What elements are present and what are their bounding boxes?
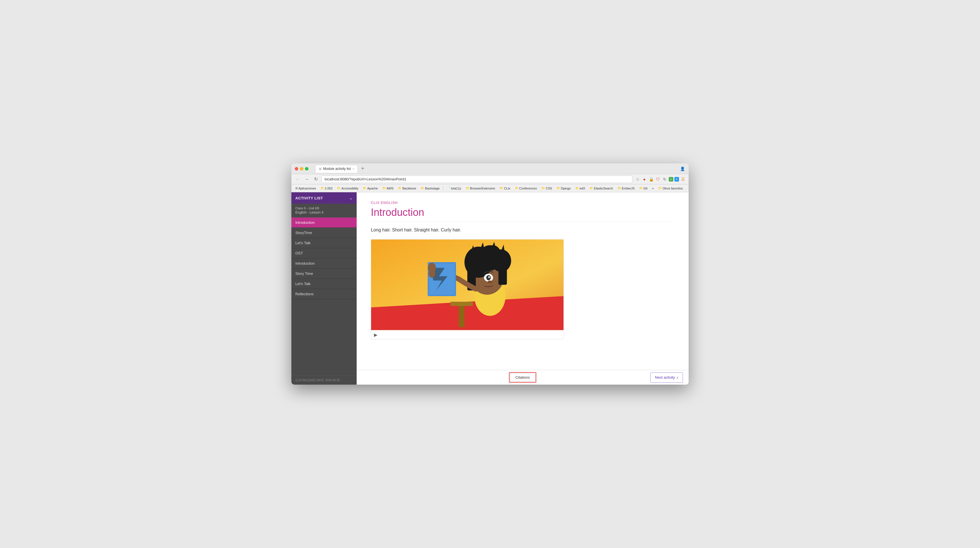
bookmark-git[interactable]: 📁 Git bbox=[638, 186, 649, 191]
bookmark-separator bbox=[443, 186, 443, 191]
release-date-label: CLIX RELEASE DATE: 2016-09-30 bbox=[295, 379, 340, 382]
active-tab[interactable]: ☰ Module activity list × bbox=[315, 165, 358, 173]
back-button[interactable]: ← bbox=[294, 176, 301, 183]
next-activity-button[interactable]: Next activity › bbox=[650, 372, 683, 383]
content-label: CLIX ENGLISH bbox=[371, 201, 675, 205]
next-activity-arrow-icon: › bbox=[677, 375, 678, 380]
svg-point-19 bbox=[488, 276, 490, 278]
forward-button[interactable]: → bbox=[303, 176, 310, 183]
citations-button[interactable]: Citations bbox=[510, 373, 535, 381]
svg-rect-2 bbox=[459, 305, 465, 327]
sidebar-item-reflections[interactable]: Reflections bbox=[291, 289, 356, 299]
bookmark-emberjs[interactable]: 📁 EmberJS bbox=[616, 186, 636, 191]
bookmark-apache[interactable]: 📁 Apache bbox=[361, 186, 379, 191]
folder-icon: 📁 bbox=[515, 187, 519, 190]
next-activity-label: Next activity bbox=[655, 375, 675, 380]
illustration-container: ▶ bbox=[371, 239, 564, 340]
audio-play-icon[interactable]: ▶ bbox=[374, 332, 377, 338]
bookmark-elasticsearch[interactable]: 📁 ElasticSearch bbox=[588, 186, 614, 191]
user-icon: 👤 bbox=[679, 166, 685, 172]
sidebar: ACTIVITY LIST ⌄ Class 9 - Unit EB Englis… bbox=[291, 192, 356, 384]
folder-icon: 📁 bbox=[382, 187, 386, 190]
bookmark-browserext[interactable]: 📁 BrowserExtension bbox=[464, 186, 497, 191]
bookmark-conferences[interactable]: 📁 Conferences bbox=[513, 186, 539, 191]
folder-icon: 📁 bbox=[321, 187, 324, 190]
bookmark-backbone[interactable]: 📁 Backbone bbox=[396, 186, 418, 191]
content-body: CLIX ENGLISH Introduction Long hair. Sho… bbox=[356, 192, 689, 370]
folder-icon: 📁 bbox=[500, 187, 503, 190]
bottom-bar-right: Next activity › bbox=[576, 372, 683, 383]
tab-close-button[interactable]: × bbox=[352, 167, 354, 170]
bookmarks-bar: ⊞ Aplicaciones 📁 2.002 📁 Accessibility 📁… bbox=[291, 184, 689, 192]
shield-icon: 🛡 bbox=[655, 176, 661, 182]
sidebar-navigation: Introduction StoryTime Let's Talk OST In… bbox=[291, 218, 356, 376]
bookmark-aws[interactable]: 📁 AWS bbox=[381, 186, 396, 191]
maximize-window-button[interactable] bbox=[305, 167, 309, 170]
svg-point-25 bbox=[428, 269, 435, 278]
content-title: Introduction bbox=[371, 206, 675, 222]
folder-icon: 📁 bbox=[575, 187, 579, 190]
content-body-text: Long hair. Short hair. Straight hair. Cu… bbox=[371, 227, 675, 233]
sidebar-chevron-icon[interactable]: ⌄ bbox=[349, 196, 353, 200]
apps-icon: ⊞ bbox=[295, 187, 298, 190]
sidebar-footer: CLIX RELEASE DATE: 2016-09-30 bbox=[291, 376, 356, 384]
bookmark-tota11y[interactable]: 📄 tota11y bbox=[445, 186, 463, 191]
bookmark-css[interactable]: 📁 CSS bbox=[540, 186, 554, 191]
folder-icon: 📁 bbox=[541, 187, 545, 190]
folder-icon: 📁 bbox=[557, 187, 560, 190]
sidebar-item-storytime-2[interactable]: Story Time bbox=[291, 268, 356, 279]
tab-bar: ☰ Module activity list × + bbox=[315, 165, 677, 173]
browser-window: ☰ Module activity list × + 👤 ← → ↻ ☆ ● 🔒… bbox=[291, 164, 689, 384]
address-bar: ← → ↻ ☆ ● 🔒 🛡 ↻ A B ☰ bbox=[291, 174, 689, 184]
new-tab-button[interactable]: + bbox=[359, 165, 366, 172]
traffic-lights bbox=[295, 167, 309, 170]
bottom-bar-center: Citations bbox=[469, 372, 576, 383]
sidebar-item-ost[interactable]: OST bbox=[291, 248, 356, 258]
sidebar-item-storytime[interactable]: StoryTime bbox=[291, 228, 356, 238]
folder-icon: 📁 bbox=[618, 187, 621, 190]
page-icon: 📄 bbox=[447, 187, 450, 190]
bookmark-more[interactable]: » bbox=[650, 186, 655, 191]
bookmark-clix[interactable]: 📁 CLIx bbox=[498, 186, 512, 191]
sidebar-item-introduction-2[interactable]: Introduction bbox=[291, 258, 356, 268]
bottom-bar: Citations Next activity › bbox=[356, 370, 689, 384]
activity-list-title: ACTIVITY LIST bbox=[295, 196, 323, 200]
svg-rect-3 bbox=[450, 302, 473, 306]
svg-rect-16 bbox=[498, 268, 507, 285]
folder-icon: 📁 bbox=[398, 187, 401, 190]
main-content: ACTIVITY LIST ⌄ Class 9 - Unit EB Englis… bbox=[291, 192, 689, 384]
sidebar-item-letstalk-2[interactable]: Let's Talk bbox=[291, 279, 356, 289]
bookmark-icon[interactable]: ☆ bbox=[635, 176, 640, 182]
folder-icon: 📁 bbox=[421, 187, 424, 190]
extensions-icon[interactable]: ● bbox=[641, 176, 647, 182]
sidebar-item-introduction-1[interactable]: Introduction bbox=[291, 218, 356, 228]
extension2-icon: B bbox=[675, 177, 679, 181]
security-icon: 🔒 bbox=[648, 176, 654, 182]
extension1-icon: A bbox=[669, 177, 673, 181]
folder-icon: 📁 bbox=[337, 187, 340, 190]
sidebar-item-letstalk-1[interactable]: Let's Talk bbox=[291, 238, 356, 248]
url-input[interactable] bbox=[321, 176, 632, 183]
sidebar-header: ACTIVITY LIST ⌄ bbox=[291, 192, 356, 204]
bookmark-otros[interactable]: 📁 Otros favoritos bbox=[657, 186, 685, 191]
sidebar-class-info: Class 9 - Unit EB English - Lesson 4 bbox=[291, 204, 356, 218]
menu-icon[interactable]: ☰ bbox=[680, 176, 686, 182]
scene-svg bbox=[371, 240, 563, 330]
refresh-button[interactable]: ↻ bbox=[312, 176, 319, 183]
folder-icon: 📁 bbox=[658, 187, 662, 190]
bookmark-django[interactable]: 📁 Django bbox=[555, 186, 573, 191]
tab-title: Module activity list bbox=[323, 167, 351, 171]
illustration bbox=[371, 240, 563, 330]
bookmark-backstage[interactable]: 📁 Backstage bbox=[419, 186, 441, 191]
bookmark-accessibility[interactable]: 📁 Accessibility bbox=[336, 186, 360, 191]
sync-icon: ↻ bbox=[662, 176, 668, 182]
bookmark-2002[interactable]: 📁 2.002 bbox=[319, 186, 334, 191]
minimize-window-button[interactable] bbox=[300, 167, 303, 170]
citations-highlight-box: Citations bbox=[509, 372, 536, 383]
close-window-button[interactable] bbox=[295, 167, 298, 170]
tab-favicon-icon: ☰ bbox=[319, 167, 321, 170]
bookmark-edx[interactable]: 📁 edX bbox=[574, 186, 587, 191]
folder-icon: 📁 bbox=[363, 187, 366, 190]
bookmark-aplicaciones[interactable]: ⊞ Aplicaciones bbox=[294, 186, 318, 191]
folder-icon: 📁 bbox=[639, 187, 643, 190]
